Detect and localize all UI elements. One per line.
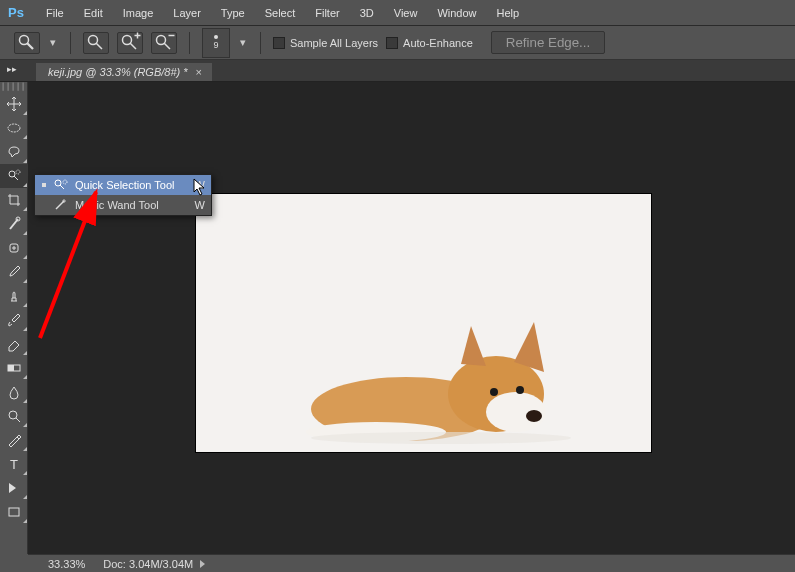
menu-filter[interactable]: Filter — [305, 3, 349, 23]
type-tool[interactable]: T — [0, 452, 28, 476]
menu-type[interactable]: Type — [211, 3, 255, 23]
menu-window[interactable]: Window — [427, 3, 486, 23]
menu-file[interactable]: File — [36, 3, 74, 23]
document-tab-title: keji.jpg @ 33.3% (RGB/8#) * — [48, 66, 188, 78]
tool-preset-icon[interactable] — [14, 32, 40, 54]
document-info[interactable]: Doc: 3.04M/3.04M — [103, 558, 205, 570]
flyout-magic-wand[interactable]: Magic Wand Tool W — [35, 195, 211, 215]
blur-tool[interactable] — [0, 380, 28, 404]
svg-point-6 — [16, 170, 20, 174]
svg-text:T: T — [10, 457, 18, 472]
flyout-item-shortcut: W — [195, 199, 205, 211]
chevron-down-icon[interactable]: ▾ — [238, 36, 248, 49]
checkbox-icon — [273, 37, 285, 49]
mouse-cursor-icon — [193, 178, 209, 198]
doc-info-value: Doc: 3.04M/3.04M — [103, 558, 193, 570]
quick-selection-icon — [53, 178, 69, 192]
rectangle-tool[interactable] — [0, 500, 28, 524]
marquee-tool[interactable] — [0, 116, 28, 140]
selected-indicator-icon — [41, 202, 47, 208]
clone-stamp-tool[interactable] — [0, 284, 28, 308]
chevron-down-icon[interactable]: ▾ — [48, 36, 58, 49]
flyout-quick-selection[interactable]: Quick Selection Tool W — [35, 175, 211, 195]
magic-wand-icon — [53, 198, 69, 212]
sample-all-layers-label: Sample All Layers — [290, 37, 378, 49]
sample-all-layers-checkbox[interactable]: Sample All Layers — [273, 37, 378, 49]
chevron-right-icon — [200, 560, 205, 568]
svg-point-11 — [9, 411, 17, 419]
history-brush-tool[interactable] — [0, 308, 28, 332]
menu-3d[interactable]: 3D — [350, 3, 384, 23]
menu-layer[interactable]: Layer — [163, 3, 211, 23]
flyout-item-label: Magic Wand Tool — [75, 199, 189, 211]
menu-image[interactable]: Image — [113, 3, 164, 23]
svg-rect-13 — [9, 508, 19, 516]
canvas-image — [296, 314, 586, 444]
eraser-tool[interactable] — [0, 332, 28, 356]
status-bar: 33.33% Doc: 3.04M/3.04M — [28, 554, 795, 572]
healing-brush-tool[interactable] — [0, 236, 28, 260]
zoom-level[interactable]: 33.33% — [48, 558, 85, 570]
svg-point-4 — [8, 124, 20, 132]
canvas-area — [28, 82, 795, 554]
new-selection-icon[interactable] — [83, 32, 109, 54]
svg-point-17 — [526, 410, 542, 422]
document-canvas[interactable] — [196, 194, 651, 452]
app-logo: Ps — [6, 4, 26, 22]
separator — [260, 32, 261, 54]
pen-tool[interactable] — [0, 428, 28, 452]
toolbox-grip-icon[interactable]: ┃┃┃┃┃ — [0, 82, 27, 92]
panel-collapse-icon[interactable]: ▸▸ — [2, 60, 22, 78]
subtract-selection-icon[interactable] — [151, 32, 177, 54]
svg-point-21 — [311, 432, 571, 444]
flyout-item-label: Quick Selection Tool — [75, 179, 189, 191]
zoom-value: 33.33% — [48, 558, 85, 570]
brush-preview-dot — [214, 35, 218, 39]
brush-size-value: 9 — [213, 41, 218, 50]
tool-flyout-menu: Quick Selection Tool W Magic Wand Tool W — [34, 174, 212, 216]
lasso-tool[interactable] — [0, 140, 28, 164]
eyedropper-tool[interactable] — [0, 212, 28, 236]
menu-edit[interactable]: Edit — [74, 3, 113, 23]
svg-rect-10 — [8, 365, 14, 371]
toolbox: ┃┃┃┃┃ T — [0, 82, 28, 554]
quick-selection-tool[interactable] — [0, 164, 28, 188]
gradient-tool[interactable] — [0, 356, 28, 380]
add-selection-icon[interactable] — [117, 32, 143, 54]
document-tab[interactable]: keji.jpg @ 33.3% (RGB/8#) * × — [36, 63, 212, 81]
selected-indicator-icon — [41, 182, 47, 188]
auto-enhance-label: Auto-Enhance — [403, 37, 473, 49]
brush-size-picker[interactable]: 9 — [202, 28, 230, 58]
brush-tool[interactable] — [0, 260, 28, 284]
menu-help[interactable]: Help — [487, 3, 530, 23]
crop-tool[interactable] — [0, 188, 28, 212]
checkbox-icon — [386, 37, 398, 49]
separator — [70, 32, 71, 54]
menu-bar: Ps File Edit Image Layer Type Select Fil… — [0, 0, 795, 26]
path-selection-tool[interactable] — [0, 476, 28, 500]
svg-point-18 — [490, 388, 498, 396]
menu-view[interactable]: View — [384, 3, 428, 23]
svg-point-19 — [516, 386, 524, 394]
refine-edge-button[interactable]: Refine Edge... — [491, 31, 605, 54]
auto-enhance-checkbox[interactable]: Auto-Enhance — [386, 37, 473, 49]
options-bar: ▾ 9 ▾ Sample All Layers Auto-Enhance Ref… — [0, 26, 795, 60]
menu-select[interactable]: Select — [255, 3, 306, 23]
svg-point-23 — [63, 180, 67, 184]
move-tool[interactable] — [0, 92, 28, 116]
document-tab-strip: keji.jpg @ 33.3% (RGB/8#) * × — [0, 60, 795, 82]
dodge-tool[interactable] — [0, 404, 28, 428]
close-tab-icon[interactable]: × — [196, 66, 202, 78]
separator — [189, 32, 190, 54]
